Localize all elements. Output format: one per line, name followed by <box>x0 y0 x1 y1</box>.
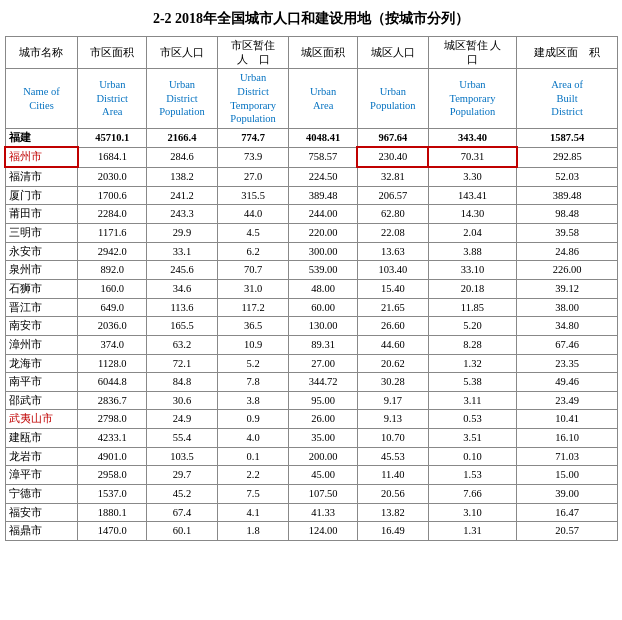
data-cell: 1128.0 <box>78 354 147 373</box>
data-cell: 23.35 <box>517 354 618 373</box>
city-name-cell: 宁德市 <box>5 485 78 504</box>
data-cell: 103.40 <box>357 261 428 280</box>
data-cell: 71.03 <box>517 447 618 466</box>
data-cell: 374.0 <box>78 335 147 354</box>
data-cell: 292.85 <box>517 147 618 167</box>
city-name-cell: 邵武市 <box>5 391 78 410</box>
header-row-en: Name ofCities UrbanDistrictArea UrbanDis… <box>5 69 618 129</box>
data-cell: 10.41 <box>517 410 618 429</box>
data-cell: 200.00 <box>289 447 358 466</box>
table-row: 福清市2030.0138.227.0224.5032.813.3052.03 <box>5 167 618 186</box>
data-cell: 36.5 <box>217 317 288 336</box>
data-cell: 23.49 <box>517 391 618 410</box>
data-cell: 20.18 <box>428 279 517 298</box>
data-cell: 14.30 <box>428 205 517 224</box>
col-header-district-temp-zh: 市区暂住人 口 <box>217 37 288 69</box>
data-cell: 45.53 <box>357 447 428 466</box>
data-cell: 2036.0 <box>78 317 147 336</box>
data-cell: 34.80 <box>517 317 618 336</box>
table-row: 武夷山市2798.024.90.926.009.130.5310.41 <box>5 410 618 429</box>
table-row: 漳平市2958.029.72.245.0011.401.5315.00 <box>5 466 618 485</box>
table-row: 福鼎市1470.060.11.8124.0016.491.3120.57 <box>5 522 618 541</box>
data-cell: 4.0 <box>217 429 288 448</box>
data-cell: 16.10 <box>517 429 618 448</box>
data-cell: 13.63 <box>357 242 428 261</box>
header-row-zh: 城市名称 市区面积 市区人口 市区暂住人 口 城区面积 城区人口 <box>5 37 618 69</box>
city-name-cell: 厦门市 <box>5 186 78 205</box>
data-cell: 343.40 <box>428 128 517 147</box>
data-cell: 26.00 <box>289 410 358 429</box>
data-cell: 4901.0 <box>78 447 147 466</box>
data-cell: 89.31 <box>289 335 358 354</box>
data-cell: 3.8 <box>217 391 288 410</box>
data-cell: 48.00 <box>289 279 358 298</box>
table-row: 永安市2942.033.16.2300.0013.633.8824.86 <box>5 242 618 261</box>
data-cell: 31.0 <box>217 279 288 298</box>
city-name-cell: 建瓯市 <box>5 429 78 448</box>
col-header-district-pop-zh: 市区人口 <box>147 37 218 69</box>
data-cell: 26.60 <box>357 317 428 336</box>
data-cell: 98.48 <box>517 205 618 224</box>
table-row: 厦门市1700.6241.2315.5389.48206.57143.41389… <box>5 186 618 205</box>
data-cell: 245.6 <box>147 261 218 280</box>
table-row: 龙岩市4901.0103.50.1200.0045.530.1071.03 <box>5 447 618 466</box>
data-cell: 892.0 <box>78 261 147 280</box>
data-cell: 67.46 <box>517 335 618 354</box>
data-cell: 4.1 <box>217 503 288 522</box>
col-header-cityname-zh: 城市名称 <box>5 37 78 69</box>
table-row: 晋江市649.0113.6117.260.0021.6511.8538.00 <box>5 298 618 317</box>
data-cell: 130.00 <box>289 317 358 336</box>
data-cell: 220.00 <box>289 224 358 243</box>
data-cell: 72.1 <box>147 354 218 373</box>
data-cell: 20.62 <box>357 354 428 373</box>
data-cell: 49.46 <box>517 373 618 392</box>
data-cell: 55.4 <box>147 429 218 448</box>
data-cell: 1880.1 <box>78 503 147 522</box>
data-cell: 20.57 <box>517 522 618 541</box>
data-cell: 5.20 <box>428 317 517 336</box>
city-name-cell: 福清市 <box>5 167 78 186</box>
col-header-urban-pop-zh: 城区人口 <box>357 37 428 69</box>
data-cell: 649.0 <box>78 298 147 317</box>
data-cell: 10.70 <box>357 429 428 448</box>
data-cell: 2284.0 <box>78 205 147 224</box>
data-cell: 243.3 <box>147 205 218 224</box>
city-name-cell: 莆田市 <box>5 205 78 224</box>
data-cell: 70.31 <box>428 147 517 167</box>
data-cell: 1700.6 <box>78 186 147 205</box>
col-header-district-temp-en: UrbanDistrictTemporaryPopulation <box>217 69 288 129</box>
table-row: 三明市1171.629.94.5220.0022.082.0439.58 <box>5 224 618 243</box>
data-cell: 315.5 <box>217 186 288 205</box>
data-cell: 10.9 <box>217 335 288 354</box>
data-cell: 60.1 <box>147 522 218 541</box>
table-row: 福安市1880.167.44.141.3313.823.1016.47 <box>5 503 618 522</box>
data-cell: 3.10 <box>428 503 517 522</box>
data-cell: 29.7 <box>147 466 218 485</box>
city-name-cell: 永安市 <box>5 242 78 261</box>
data-cell: 33.1 <box>147 242 218 261</box>
data-cell: 16.47 <box>517 503 618 522</box>
data-cell: 32.81 <box>357 167 428 186</box>
data-cell: 45710.1 <box>78 128 147 147</box>
city-name-cell: 福州市 <box>5 147 78 167</box>
table-row: 莆田市2284.0243.344.0244.0062.8014.3098.48 <box>5 205 618 224</box>
data-cell: 2798.0 <box>78 410 147 429</box>
data-cell: 39.00 <box>517 485 618 504</box>
page-title: 2-2 2018年全国城市人口和建设用地（按城市分列） <box>0 0 622 36</box>
data-cell: 284.6 <box>147 147 218 167</box>
data-cell: 30.6 <box>147 391 218 410</box>
data-cell: 2.2 <box>217 466 288 485</box>
col-header-urban-temp-zh: 城区暂住 人口 <box>428 37 517 69</box>
table-row: 福州市1684.1284.673.9758.57230.4070.31292.8… <box>5 147 618 167</box>
data-cell: 389.48 <box>517 186 618 205</box>
data-cell: 6044.8 <box>78 373 147 392</box>
col-header-district-area-zh: 市区面积 <box>78 37 147 69</box>
table-row: 漳州市374.063.210.989.3144.608.2867.46 <box>5 335 618 354</box>
data-cell: 60.00 <box>289 298 358 317</box>
data-cell: 4048.41 <box>289 128 358 147</box>
data-cell: 3.51 <box>428 429 517 448</box>
data-cell: 62.80 <box>357 205 428 224</box>
city-name-cell: 福建 <box>5 128 78 147</box>
data-cell: 7.5 <box>217 485 288 504</box>
data-cell: 95.00 <box>289 391 358 410</box>
